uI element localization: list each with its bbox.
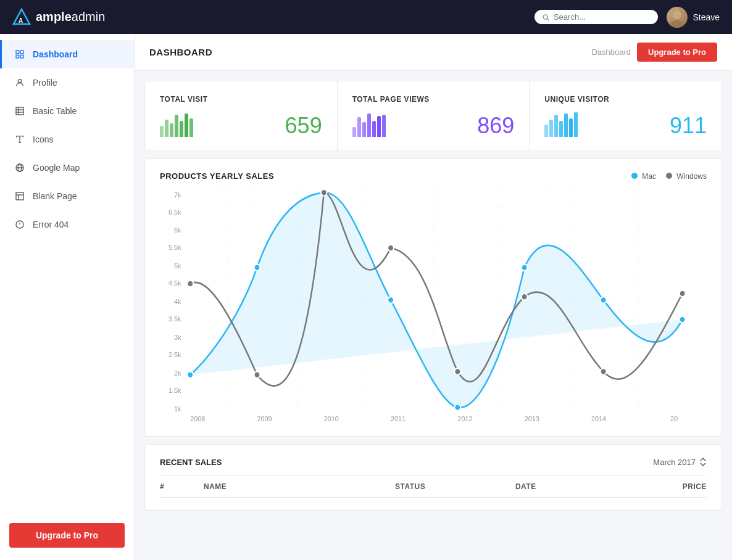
svg-point-55 (680, 316, 686, 323)
svg-point-54 (601, 297, 607, 303)
svg-point-48 (187, 372, 193, 379)
svg-text:2009: 2009 (257, 414, 272, 422)
logo[interactable]: A ampleadmin (12, 8, 105, 27)
svg-point-56 (187, 281, 193, 287)
svg-text:20: 20 (670, 414, 678, 422)
svg-text:A: A (19, 17, 23, 24)
svg-text:3.5k: 3.5k (168, 315, 181, 323)
svg-text:2012: 2012 (457, 414, 472, 422)
stat-label-unique-visitor: UNIQUE VISITOR (544, 95, 707, 104)
svg-text:7k: 7k (174, 191, 181, 198)
logo-bold-text: ample (36, 10, 72, 23)
sidebar-item-google-map[interactable]: Google Map (0, 154, 134, 182)
search-box[interactable] (534, 10, 658, 24)
sidebar-label-error-404: Error 404 (33, 220, 69, 229)
svg-text:1.5k: 1.5k (168, 387, 181, 394)
stat-value-unique-visitor: 911 (670, 115, 707, 137)
legend-windows: Windows (666, 172, 707, 181)
sidebar-label-dashboard: Dashboard (33, 49, 78, 59)
stat-value-page-views: 869 (477, 115, 514, 137)
stat-value-total-visit: 659 (285, 115, 322, 137)
svg-rect-20 (16, 192, 23, 200)
svg-text:2013: 2013 (525, 414, 539, 422)
col-header-num: # (160, 482, 204, 491)
recent-sales-title: RECENT SALES (160, 458, 222, 467)
sidebar-label-profile: Profile (33, 78, 57, 88)
svg-text:2.5k: 2.5k (168, 351, 181, 358)
info-icon (14, 219, 25, 230)
stat-label-page-views: TOTAL PAGE VIEWS (352, 95, 515, 104)
svg-text:2010: 2010 (324, 414, 339, 422)
chart-svg: 7k 6.5k 6k 5.5k 5k 4.5k 4k 3.5k 3k 2.5k … (160, 189, 707, 424)
breadcrumb-area: Dashboard Upgrade to Pro (591, 43, 717, 62)
recent-sales-section: RECENT SALES March 2017 # NAME STATUS DA… (144, 444, 722, 511)
svg-point-4 (673, 10, 681, 19)
col-header-name: NAME (204, 482, 395, 491)
chart-area: 7k 6.5k 6k 5.5k 5k 4.5k 4k 3.5k 3k 2.5k … (160, 189, 707, 424)
col-header-date: DATE (515, 482, 625, 491)
svg-point-2 (543, 14, 547, 19)
mini-bars-pageviews (352, 112, 386, 137)
svg-point-58 (321, 189, 327, 196)
stats-row: TOTAL VISIT 659 TOTAL PAGE VI (144, 81, 722, 151)
svg-text:4.5k: 4.5k (168, 279, 181, 287)
svg-point-10 (18, 80, 21, 83)
legend-dot-mac (631, 173, 638, 179)
chart-section: PRODUCTS YEARLY SALES Mac Windows (144, 159, 722, 437)
chart-header: PRODUCTS YEARLY SALES Mac Windows (160, 171, 707, 181)
sidebar-item-error-404[interactable]: Error 404 (0, 210, 134, 239)
sidebar-item-icons[interactable]: Icons (0, 125, 134, 154)
search-input[interactable] (554, 12, 651, 22)
topnav-right: Steave (534, 7, 720, 28)
svg-text:4k: 4k (174, 297, 181, 305)
month-selector[interactable]: March 2017 (653, 457, 707, 467)
svg-text:2014: 2014 (591, 414, 606, 422)
legend-mac: Mac (631, 172, 656, 181)
top-navbar: A ampleadmin Steave (0, 0, 732, 34)
table-header: # NAME STATUS DATE PRICE (160, 476, 707, 498)
svg-text:6k: 6k (174, 226, 181, 233)
sidebar-item-profile[interactable]: Profile (0, 68, 134, 97)
sidebar-label-icons: Icons (33, 134, 53, 144)
stat-card-unique-visitor: UNIQUE VISITOR 911 (530, 81, 722, 150)
col-header-price: PRICE (625, 482, 707, 491)
month-label: March 2017 (653, 458, 696, 467)
svg-rect-7 (20, 51, 23, 54)
table-icon (14, 105, 25, 117)
svg-text:1k: 1k (174, 405, 181, 413)
mini-bars-visit (160, 112, 193, 137)
svg-text:6.5k: 6.5k (168, 208, 181, 216)
svg-rect-8 (20, 55, 23, 58)
svg-point-60 (454, 368, 460, 375)
svg-text:3k: 3k (174, 333, 181, 340)
dashboard-icon (14, 49, 25, 60)
page-title: DASHBOARD (149, 47, 212, 57)
svg-point-57 (254, 372, 260, 379)
stat-label-total-visit: TOTAL VISIT (160, 95, 322, 104)
svg-text:5k: 5k (174, 261, 181, 269)
sidebar-upgrade-button[interactable]: Upgrade to Pro (9, 523, 125, 548)
recent-sales-header: RECENT SALES March 2017 (160, 457, 707, 467)
svg-point-62 (601, 368, 607, 375)
breadcrumb: Dashboard (591, 47, 631, 57)
svg-point-59 (388, 245, 394, 252)
main-content: DASHBOARD Dashboard Upgrade to Pro TOTAL… (135, 34, 732, 560)
svg-point-52 (454, 404, 460, 411)
logo-light-text: admin (72, 10, 105, 23)
sidebar-item-basic-table[interactable]: Basic Table (0, 97, 134, 125)
svg-text:2008: 2008 (190, 414, 205, 422)
svg-point-5 (670, 20, 684, 28)
svg-point-51 (388, 297, 394, 303)
svg-point-63 (680, 290, 686, 297)
stat-card-total-visit: TOTAL VISIT 659 (145, 81, 338, 150)
chart-title: PRODUCTS YEARLY SALES (160, 171, 274, 181)
sidebar-label-basic-table: Basic Table (33, 106, 77, 116)
sidebar-item-blank-page[interactable]: Blank Page (0, 182, 134, 210)
sidebar: Dashboard Profile Basic Table Icons Goog… (0, 34, 135, 560)
main-layout: Dashboard Profile Basic Table Icons Goog… (0, 34, 732, 560)
sidebar-item-dashboard[interactable]: Dashboard (0, 40, 134, 68)
stat-card-page-views: TOTAL PAGE VIEWS 869 (338, 81, 530, 150)
layout-icon (14, 191, 25, 202)
user-area[interactable]: Steave (667, 7, 720, 28)
upgrade-to-pro-button[interactable]: Upgrade to Pro (637, 43, 717, 62)
